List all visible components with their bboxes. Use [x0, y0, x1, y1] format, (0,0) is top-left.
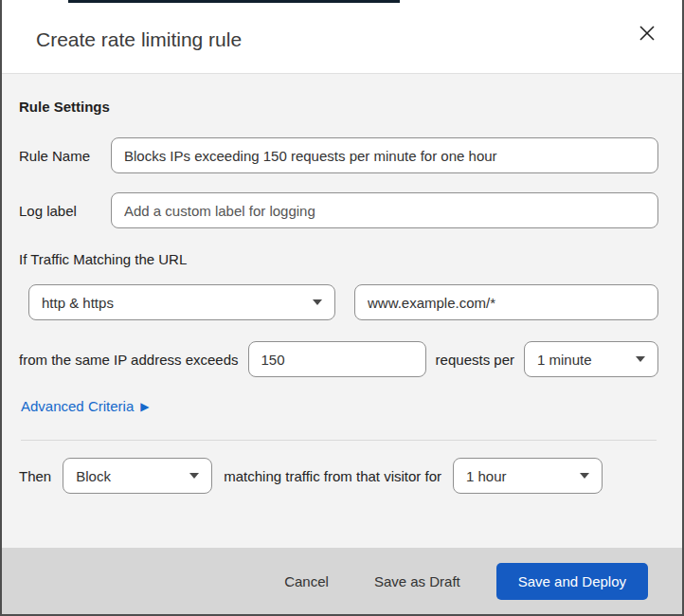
action-select[interactable]: Block: [63, 458, 212, 494]
expand-right-arrow-icon: ▶: [140, 401, 149, 412]
chevron-down-icon: [189, 473, 199, 479]
then-label: Then: [19, 468, 51, 484]
advanced-criteria-link[interactable]: Advanced Criteria ▶: [21, 398, 149, 414]
chevron-down-icon: [636, 356, 645, 362]
then-action-row: Then Block matching traffic from that vi…: [19, 458, 658, 494]
rule-settings-heading: Rule Settings: [19, 99, 658, 115]
close-icon: [639, 25, 656, 42]
request-count-input[interactable]: [248, 341, 426, 377]
url-pattern-input[interactable]: [354, 284, 658, 320]
section-divider: [21, 440, 657, 441]
advanced-criteria-label: Advanced Criteria: [21, 398, 134, 414]
log-label-label: Log label: [19, 203, 111, 219]
screen: Create rate limiting rule Rule Settings …: [0, 0, 684, 616]
save-as-draft-button[interactable]: Save as Draft: [363, 566, 472, 597]
dialog-body: Rule Settings Rule Name Log label If Tra…: [2, 74, 682, 548]
threshold-row: from the same IP address exceeds request…: [19, 341, 658, 377]
url-match-row: http & https: [28, 284, 658, 320]
cancel-button[interactable]: Cancel: [273, 566, 340, 597]
chevron-down-icon: [313, 299, 322, 305]
background-page-accent-bar: [68, 0, 400, 3]
then-middle-text: matching traffic from that visitor for: [224, 468, 441, 484]
chevron-down-icon: [580, 473, 589, 479]
traffic-matching-heading: If Traffic Matching the URL: [19, 251, 658, 267]
log-label-input[interactable]: [111, 192, 658, 228]
close-button[interactable]: [633, 19, 661, 47]
duration-select[interactable]: 1 hour: [453, 458, 603, 494]
period-select-value: 1 minute: [537, 352, 592, 368]
rule-name-label: Rule Name: [19, 148, 111, 164]
scheme-select-value: http & https: [42, 295, 114, 311]
save-and-deploy-button[interactable]: Save and Deploy: [496, 563, 648, 600]
rule-name-input[interactable]: [111, 137, 658, 173]
rule-name-row: Rule Name: [19, 137, 658, 173]
period-select[interactable]: 1 minute: [524, 341, 658, 377]
dialog-title: Create rate limiting rule: [36, 28, 633, 51]
dialog-header: Create rate limiting rule: [2, 0, 682, 74]
duration-select-value: 1 hour: [466, 468, 507, 484]
threshold-suffix-text: requests per: [436, 352, 514, 368]
create-rate-limiting-rule-dialog: Create rate limiting rule Rule Settings …: [0, 0, 684, 616]
action-select-value: Block: [76, 468, 111, 484]
threshold-prefix-text: from the same IP address exceeds: [19, 352, 239, 368]
log-label-row: Log label: [19, 192, 658, 228]
scheme-select[interactable]: http & https: [28, 284, 335, 320]
dialog-footer: Cancel Save as Draft Save and Deploy: [2, 548, 682, 614]
